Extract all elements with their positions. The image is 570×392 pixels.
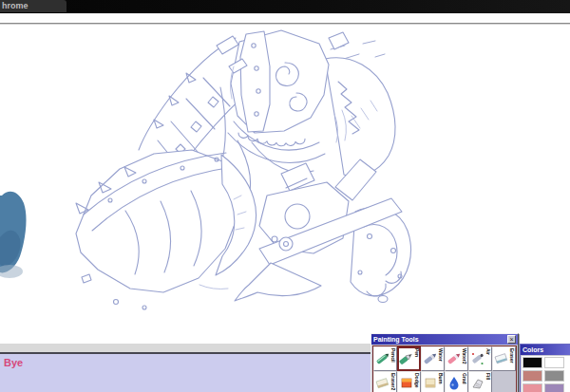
pencil-icon [374, 347, 390, 370]
fill-hand-icon [469, 372, 485, 392]
window-titlebar: hrome [0, 0, 570, 13]
close-icon[interactable]: × [507, 335, 516, 344]
water2-brush-icon [446, 347, 462, 370]
tool-label: Water [438, 347, 444, 370]
tool-button-pencil[interactable]: Pencil [373, 346, 397, 371]
swatch-area [522, 356, 570, 392]
window-separator-highlight [0, 24, 570, 25]
tool-button-air[interactable]: Air [468, 346, 492, 371]
app-window: { "window": { "tab_label": "hrome" }, "s… [0, 0, 570, 392]
drawing-canvas[interactable] [0, 25, 570, 344]
swatch-row [522, 357, 570, 368]
pen-icon [398, 347, 414, 370]
tool-label: Pen [414, 347, 420, 370]
swatch-row [522, 383, 570, 392]
tool-button-eraser2[interactable]: Eraser2 [373, 371, 397, 392]
tool-label: Burn [438, 372, 444, 392]
tool-label: Eraser2 [390, 372, 396, 392]
tools-grid: Pencil Pen Water Water2 [372, 345, 517, 392]
tool-button-water2[interactable]: Water2 [445, 346, 468, 371]
eraser2-icon [374, 372, 390, 392]
tool-button-dodge[interactable]: Dodge [397, 371, 421, 392]
burn-icon [422, 372, 438, 392]
color-swatch-purple[interactable] [544, 383, 564, 392]
browser-tab[interactable]: hrome [0, 0, 66, 12]
menu-strip [0, 13, 570, 23]
painting-tools-title: Painting Tools [373, 336, 507, 343]
dodge-icon [398, 372, 414, 392]
swatch-row [522, 370, 570, 382]
tool-label: Dodge [414, 372, 420, 392]
color-swatch-white[interactable] [544, 357, 564, 368]
tool-label: Fill [485, 372, 491, 392]
droplet-icon [446, 372, 462, 392]
painting-tools-titlebar[interactable]: Painting Tools × [371, 334, 518, 345]
color-swatch-gray[interactable] [544, 370, 564, 382]
tool-row-spacer [492, 371, 516, 392]
tool-button-pen[interactable]: Pen [397, 346, 421, 371]
tool-button-eraser[interactable]: Eraser [492, 346, 516, 371]
water-brush-icon [422, 347, 438, 370]
tool-button-water[interactable]: Water [421, 346, 445, 371]
tool-row-2: Eraser2 Dodge Burn Grad [373, 371, 516, 392]
tool-label: Water2 [462, 347, 467, 370]
tool-label: Pencil [390, 347, 396, 370]
airbrush-icon [469, 347, 485, 370]
tool-label: Grad [462, 372, 467, 392]
tool-label: Air [485, 347, 491, 370]
color-swatch-pink[interactable] [522, 383, 542, 392]
tool-row-1: Pencil Pen Water Water2 [373, 346, 516, 371]
painting-tools-palette[interactable]: Painting Tools × Pencil Pen Water [370, 333, 519, 392]
color-swatch-black[interactable] [522, 357, 542, 368]
tool-button-grad[interactable]: Grad [445, 371, 468, 392]
tool-label: Eraser [509, 347, 515, 370]
tool-button-fill[interactable]: Fill [468, 371, 492, 392]
color-swatch-salmon[interactable] [522, 370, 542, 382]
colors-palette[interactable]: Colors [520, 344, 570, 392]
status-message: Bye [4, 357, 23, 368]
colors-title: Colors [522, 346, 570, 353]
tool-button-burn[interactable]: Burn [421, 371, 445, 392]
colors-titlebar[interactable]: Colors [521, 345, 570, 355]
eraser-icon [493, 347, 509, 370]
